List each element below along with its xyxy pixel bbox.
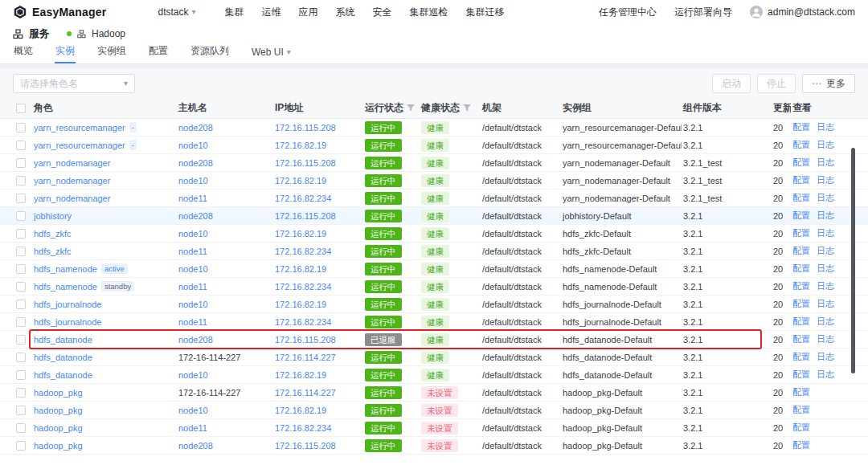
host-link[interactable]: node208 bbox=[178, 158, 213, 168]
role-link[interactable]: hdfs_zkfc bbox=[34, 229, 71, 239]
ip-link[interactable]: 172.16.82.19 bbox=[275, 229, 326, 239]
row-checkbox[interactable] bbox=[16, 370, 26, 380]
row-checkbox[interactable] bbox=[16, 194, 26, 203]
host-link[interactable]: node208 bbox=[178, 211, 213, 221]
config-action-link[interactable]: 配置 bbox=[792, 280, 810, 292]
row-checkbox[interactable] bbox=[16, 406, 26, 415]
menu-item[interactable]: 应用 bbox=[299, 6, 318, 19]
row-checkbox[interactable] bbox=[16, 158, 26, 168]
role-link[interactable]: yarn_nodemanager bbox=[34, 176, 110, 186]
cluster-selector[interactable]: dtstack ▾ bbox=[158, 6, 195, 18]
menu-item[interactable]: 运维 bbox=[262, 6, 281, 19]
row-checkbox[interactable] bbox=[16, 317, 26, 327]
config-action-link[interactable]: 配置 bbox=[792, 369, 810, 381]
config-action-link[interactable]: 配置 bbox=[792, 245, 810, 257]
menu-item[interactable]: 集群巡检 bbox=[410, 6, 448, 19]
log-action-link[interactable]: 日志 bbox=[817, 139, 834, 151]
config-action-link[interactable]: 配置 bbox=[792, 192, 810, 204]
role-link[interactable]: jobhistory bbox=[34, 211, 72, 221]
host-link[interactable]: node11 bbox=[178, 423, 207, 433]
config-action-link[interactable]: 配置 bbox=[792, 422, 810, 434]
row-checkbox[interactable] bbox=[16, 229, 26, 239]
role-link[interactable]: yarn_nodemanager bbox=[34, 194, 110, 203]
row-checkbox[interactable] bbox=[16, 176, 26, 186]
row-checkbox[interactable] bbox=[16, 300, 26, 309]
ip-link[interactable]: 172.16.82.234 bbox=[275, 194, 331, 203]
host-link[interactable]: node10 bbox=[178, 176, 208, 186]
row-checkbox[interactable] bbox=[16, 211, 26, 221]
host-link[interactable]: node11 bbox=[178, 247, 207, 256]
vertical-scrollbar[interactable] bbox=[851, 148, 855, 373]
role-link[interactable]: yarn_nodemanager bbox=[34, 158, 110, 168]
role-link[interactable]: hdfs_zkfc bbox=[34, 247, 71, 256]
role-link[interactable]: hadoop_pkg bbox=[34, 441, 83, 451]
filter-icon[interactable] bbox=[463, 104, 471, 112]
log-action-link[interactable]: 日志 bbox=[817, 316, 834, 328]
role-link[interactable]: hdfs_journalnode bbox=[34, 317, 101, 327]
ip-link[interactable]: 172.16.82.234 bbox=[275, 282, 331, 292]
tab[interactable]: 概览 bbox=[13, 44, 34, 63]
menu-item[interactable]: 集群 bbox=[225, 6, 244, 19]
ip-link[interactable]: 172.16.82.19 bbox=[275, 406, 326, 415]
config-action-link[interactable]: 配置 bbox=[792, 121, 810, 133]
row-checkbox[interactable] bbox=[16, 123, 26, 133]
role-link[interactable]: hadoop_pkg bbox=[34, 423, 83, 433]
config-action-link[interactable]: 配置 bbox=[792, 139, 810, 151]
service-name[interactable]: Hadoop bbox=[92, 28, 125, 39]
log-action-link[interactable]: 日志 bbox=[817, 280, 834, 292]
host-link[interactable]: node208 bbox=[178, 335, 213, 345]
deploy-wizard-link[interactable]: 运行部署向导 bbox=[674, 6, 732, 19]
role-link[interactable]: hdfs_datanode bbox=[34, 370, 92, 380]
select-all-checkbox[interactable] bbox=[16, 104, 26, 113]
row-checkbox[interactable] bbox=[16, 282, 26, 292]
app-logo[interactable]: EasyManager bbox=[13, 5, 106, 19]
more-button[interactable]: ⋯ 更多 bbox=[802, 74, 855, 93]
role-filter-select[interactable]: 请选择角色名 ▾ bbox=[13, 74, 135, 93]
config-action-link[interactable]: 配置 bbox=[792, 174, 810, 186]
config-action-link[interactable]: 配置 bbox=[792, 210, 810, 222]
ip-link[interactable]: 172.16.82.19 bbox=[275, 300, 326, 309]
filter-icon[interactable] bbox=[407, 104, 415, 112]
ip-link[interactable]: 172.16.115.208 bbox=[275, 158, 336, 168]
log-action-link[interactable]: 日志 bbox=[817, 227, 834, 239]
config-action-link[interactable]: 配置 bbox=[792, 333, 810, 345]
host-link[interactable]: node10 bbox=[178, 300, 208, 309]
row-checkbox[interactable] bbox=[16, 353, 26, 362]
config-action-link[interactable]: 配置 bbox=[792, 263, 810, 275]
ip-link[interactable]: 172.16.82.19 bbox=[275, 264, 326, 274]
row-checkbox[interactable] bbox=[16, 423, 26, 433]
role-link[interactable]: hdfs_datanode bbox=[34, 335, 92, 345]
role-link[interactable]: hadoop_pkg bbox=[34, 388, 83, 398]
ip-link[interactable]: 172.16.82.234 bbox=[275, 423, 331, 433]
log-action-link[interactable]: 日志 bbox=[817, 298, 834, 310]
log-action-link[interactable]: 日志 bbox=[817, 210, 834, 222]
tab[interactable]: 配置 bbox=[148, 44, 169, 63]
row-checkbox[interactable] bbox=[16, 441, 26, 451]
config-action-link[interactable]: 配置 bbox=[792, 386, 810, 398]
config-action-link[interactable]: 配置 bbox=[792, 351, 810, 363]
host-link[interactable]: node11 bbox=[178, 194, 207, 203]
menu-item[interactable]: 系统 bbox=[336, 6, 355, 19]
menu-item[interactable]: 安全 bbox=[373, 6, 392, 19]
row-checkbox[interactable] bbox=[16, 388, 26, 398]
ip-link[interactable]: 172.16.82.19 bbox=[275, 141, 326, 150]
ip-link[interactable]: 172.16.82.234 bbox=[275, 317, 331, 327]
ip-link[interactable]: 172.16.115.208 bbox=[275, 335, 336, 345]
log-action-link[interactable]: 日志 bbox=[817, 121, 834, 133]
role-link[interactable]: yarn_resourcemanager bbox=[34, 141, 125, 150]
ip-link[interactable]: 172.16.115.208 bbox=[275, 441, 336, 451]
role-link[interactable]: hdfs_namenode bbox=[34, 264, 97, 274]
row-checkbox[interactable] bbox=[16, 264, 26, 274]
role-link[interactable]: hdfs_journalnode bbox=[34, 300, 101, 309]
role-link[interactable]: hadoop_pkg bbox=[34, 406, 83, 415]
task-center-link[interactable]: 任务管理中心 bbox=[599, 6, 657, 19]
menu-item[interactable]: 集群迁移 bbox=[466, 6, 505, 19]
host-link[interactable]: node10 bbox=[178, 264, 208, 274]
ip-link[interactable]: 172.16.115.208 bbox=[275, 123, 336, 133]
log-action-link[interactable]: 日志 bbox=[817, 245, 834, 257]
log-action-link[interactable]: 日志 bbox=[817, 333, 834, 345]
host-link[interactable]: node11 bbox=[178, 317, 207, 327]
log-action-link[interactable]: 日志 bbox=[817, 174, 834, 186]
ip-link[interactable]: 172.16.115.208 bbox=[275, 211, 336, 221]
host-link[interactable]: node11 bbox=[178, 282, 207, 292]
